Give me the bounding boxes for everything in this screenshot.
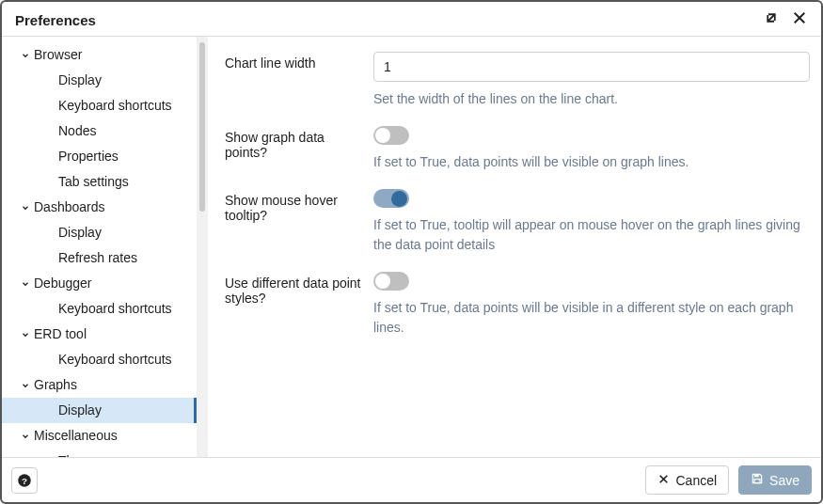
tree-item-label: Display	[58, 71, 102, 90]
svg-rect-3	[754, 480, 760, 483]
dialog-title: Preferences	[15, 12, 96, 28]
tree-item-label: Display	[58, 401, 102, 420]
footer-actions: Cancel Save	[645, 465, 812, 495]
chart-line-width-input[interactable]	[373, 52, 810, 82]
tree-item-label: Keyboard shortcuts	[58, 350, 172, 370]
tree-item-label: ERD tool	[34, 324, 87, 344]
expand-icon[interactable]	[763, 9, 780, 30]
setting-show-graph-points: Show graph data points? If set to True, …	[225, 126, 810, 172]
tree-item[interactable]: Display	[2, 220, 197, 245]
setting-description: If set to True, tooltip will appear on m…	[373, 215, 810, 255]
settings-panel: Chart line width Set the width of the li…	[208, 37, 821, 457]
tree-item[interactable]: Tab settings	[2, 169, 197, 195]
setting-diff-point-styles: Use different data point styles? If set …	[225, 272, 810, 338]
tree-item-label: Dashboards	[34, 197, 105, 217]
setting-description: Set the width of the lines on the line c…	[373, 89, 810, 109]
tree-item-label: Refresh rates	[58, 248, 137, 268]
cancel-button[interactable]: Cancel	[645, 465, 729, 495]
tree-item[interactable]: Display	[2, 68, 197, 93]
chevron-down-icon	[19, 51, 32, 60]
setting-label: Show mouse hover tooltip?	[225, 189, 373, 223]
setting-chart-line-width: Chart line width Set the width of the li…	[225, 52, 810, 109]
header-actions	[763, 9, 808, 30]
chevron-down-icon	[19, 203, 32, 213]
help-button[interactable]: ?	[11, 467, 38, 494]
tree-item[interactable]: Properties	[2, 144, 197, 169]
tree-item-label: Graphs	[34, 375, 77, 395]
tree-item[interactable]: Nodes	[2, 118, 197, 144]
diff-point-styles-toggle[interactable]	[373, 272, 409, 291]
setting-show-hover-tooltip: Show mouse hover tooltip? If set to True…	[225, 189, 810, 255]
show-graph-points-toggle[interactable]	[373, 126, 409, 145]
sidebar-scrollbar[interactable]	[197, 37, 208, 457]
save-icon	[751, 472, 764, 488]
dialog-body: BrowserDisplayKeyboard shortcutsNodesPro…	[2, 37, 821, 457]
tree-group[interactable]: Dashboards	[2, 195, 197, 220]
setting-description: If set to True, data points will be visi…	[373, 152, 810, 172]
chevron-down-icon	[19, 381, 32, 390]
chevron-down-icon	[19, 279, 32, 289]
tree-item[interactable]: Keyboard shortcuts	[2, 93, 197, 118]
tree-item-label: Display	[58, 223, 102, 243]
tree-item[interactable]: Keyboard shortcuts	[2, 296, 197, 322]
tree-item-label: Nodes	[58, 121, 96, 141]
setting-label: Use different data point styles?	[225, 272, 373, 306]
close-icon[interactable]	[791, 9, 808, 30]
tree-item-label: Miscellaneous	[34, 426, 118, 446]
svg-rect-2	[754, 474, 759, 477]
tree-item-label: Properties	[58, 147, 119, 166]
save-button[interactable]: Save	[738, 465, 812, 495]
tree-group[interactable]: Miscellaneous	[2, 423, 197, 449]
tree-item-label: Tab settings	[58, 172, 129, 192]
chevron-down-icon	[19, 432, 32, 441]
setting-label: Show graph data points?	[225, 126, 373, 160]
tree-group[interactable]: Debugger	[2, 271, 197, 296]
dialog-header: Preferences	[2, 2, 821, 37]
tree-group[interactable]: ERD tool	[2, 322, 197, 347]
tree-item-label: Browser	[34, 45, 82, 65]
tree-item-label: Debugger	[34, 274, 92, 293]
setting-label: Chart line width	[225, 52, 373, 71]
chevron-down-icon	[19, 330, 32, 339]
tree-item[interactable]: Keyboard shortcuts	[2, 347, 197, 372]
tree-group[interactable]: Graphs	[2, 372, 197, 398]
setting-description: If set to True, data points will be visi…	[373, 298, 810, 338]
tree-group[interactable]: Browser	[2, 42, 197, 68]
tree-item-label: Keyboard shortcuts	[58, 96, 172, 116]
close-icon	[657, 473, 670, 488]
preferences-tree[interactable]: BrowserDisplayKeyboard shortcutsNodesPro…	[2, 37, 197, 457]
tree-item-label: Keyboard shortcuts	[58, 299, 172, 319]
tree-item[interactable]: Display	[2, 398, 197, 423]
tree-item[interactable]: Themes	[2, 449, 197, 457]
show-hover-tooltip-toggle[interactable]	[373, 189, 409, 208]
save-label: Save	[769, 473, 799, 488]
svg-text:?: ?	[22, 475, 27, 485]
tree-item[interactable]: Refresh rates	[2, 245, 197, 271]
cancel-label: Cancel	[675, 473, 717, 488]
dialog-footer: ? Cancel Save	[2, 457, 821, 502]
